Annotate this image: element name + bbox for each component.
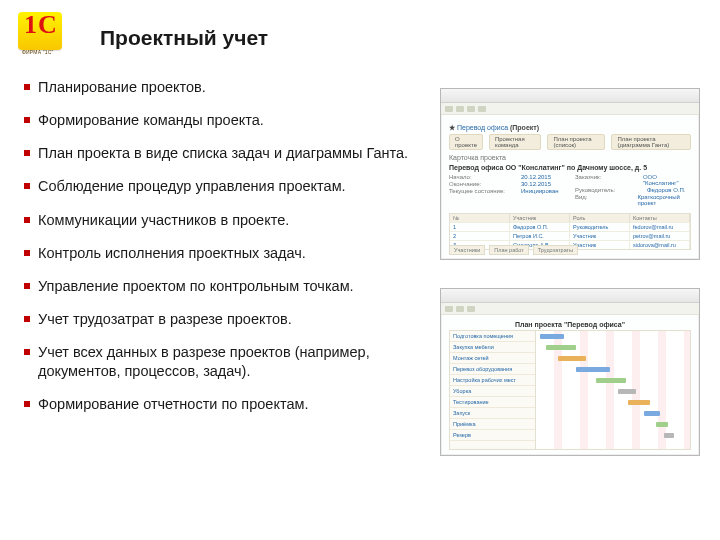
gantt-task: Тестирование (450, 397, 535, 408)
field-row: Руководитель:Федоров О.П. (575, 187, 691, 193)
gantt-bar (540, 334, 564, 339)
screenshot-gantt: План проекта "Перевод офиса" Подготовка … (440, 288, 700, 456)
window-titlebar (441, 89, 699, 103)
gantt-task: Подготовка помещения (450, 331, 535, 342)
logo-digit: 1 (24, 10, 37, 40)
gantt-task: Закупка мебели (450, 342, 535, 353)
gantt-bar (558, 356, 586, 361)
logo-letter: С (38, 10, 57, 40)
gantt-bar (628, 400, 650, 405)
bottom-tabs: УчастникиПлан работТрудозатраты (449, 245, 691, 255)
page-title: Проектный учет (100, 26, 268, 50)
bullet-item: План проекта в виде списка задач и диагр… (24, 144, 414, 163)
bullet-item: Планирование проектов. (24, 78, 414, 97)
bullet-item: Формирование отчетности по проектам. (24, 395, 414, 414)
field-row: Заказчик:ООО "Конслатинг" (575, 174, 691, 186)
gantt-task: Приёмка (450, 419, 535, 430)
logo-1c: 1 С ФИРМА "1С" (18, 12, 70, 56)
gantt-bar (546, 345, 576, 350)
gantt-task: Перевоз оборудования (450, 364, 535, 375)
gantt-chart-area (536, 331, 690, 449)
bullet-item: Формирование команды проекта. (24, 111, 414, 130)
bullet-item: Учет трудозатрат в разрезе проектов. (24, 310, 414, 329)
gantt-task-list: Подготовка помещенияЗакупка мебелиМонтаж… (450, 331, 536, 449)
field-row: Текущее состояние:Инициирован (449, 188, 565, 194)
gantt-bar (618, 389, 636, 394)
project-full-name: Перевод офиса ОО "Конслатинг" по Дачному… (449, 164, 691, 171)
gantt-bar (596, 378, 626, 383)
bullet-item: Коммуникации участников в проекте. (24, 211, 414, 230)
gantt-bar (656, 422, 668, 427)
gantt-bar (644, 411, 660, 416)
tab: План проекта (список) (547, 134, 605, 150)
gantt-bar (664, 433, 674, 438)
field-row: Вид:Краткосрочный проект (575, 194, 691, 206)
gantt-task: Настройка рабочих мест (450, 375, 535, 386)
bullet-item: Соблюдение процедур управления проектам. (24, 177, 414, 196)
tab: Проектная команда (489, 134, 542, 150)
window-toolbar (441, 303, 699, 315)
window-toolbar (441, 103, 699, 115)
tab: План проекта (диаграмма Ганта) (611, 134, 691, 150)
gantt-bar (576, 367, 610, 372)
gantt-task: Монтаж сетей (450, 353, 535, 364)
gantt-task: Резерв (450, 430, 535, 441)
project-heading-name: Перевод офиса (457, 124, 508, 131)
window-titlebar (441, 289, 699, 303)
project-heading-suffix: (Проект) (510, 124, 539, 131)
bullet-item: Учет всех данных в разрезе проектов (нап… (24, 343, 414, 381)
field-row: Окончание:30.12.2015 (449, 181, 565, 187)
gantt-grid: Подготовка помещенияЗакупка мебелиМонтаж… (449, 330, 691, 450)
project-heading: ★ Перевод офиса (Проект) (449, 124, 691, 132)
window-body: План проекта "Перевод офиса" Подготовка … (441, 315, 699, 455)
bullet-item: Управление проектом по контрольным точка… (24, 277, 414, 296)
logo-tagline: ФИРМА "1С" (22, 49, 54, 55)
window-body: ★ Перевод офиса (Проект) О проекте Проек… (441, 115, 699, 259)
project-tabs: О проекте Проектная команда План проекта… (449, 134, 691, 150)
screenshot-project-card: ★ Перевод офиса (Проект) О проекте Проек… (440, 88, 700, 260)
gantt-title: План проекта "Перевод офиса" (449, 321, 691, 328)
bullet-list: Планирование проектов. Формирование кома… (24, 78, 414, 428)
bullet-item: Контроль исполнения проектных задач. (24, 244, 414, 263)
field-row: Начало:20.12.2015 (449, 174, 565, 180)
gantt-task: Запуск (450, 408, 535, 419)
tab: О проекте (449, 134, 483, 150)
gantt-task: Уборка (450, 386, 535, 397)
subheading: Карточка проекта (449, 154, 691, 161)
